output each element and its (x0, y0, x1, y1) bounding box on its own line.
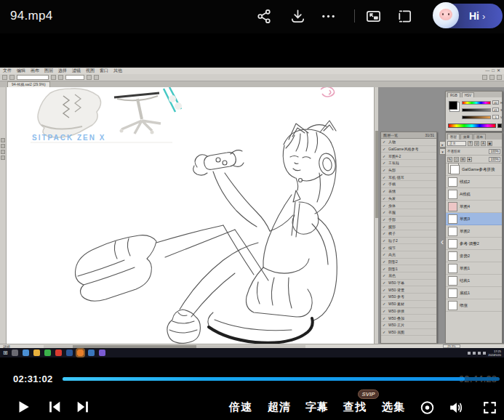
list-row-label: 阴影1 (388, 267, 398, 271)
visibility-check-icon: ✓ (383, 182, 387, 186)
taskbar-app-icon (77, 350, 84, 356)
list-row-label: 腿部 (388, 225, 396, 229)
volume-icon[interactable] (447, 400, 464, 416)
visibility-check-icon: ✓ (383, 238, 387, 243)
speed-button[interactable]: 倍速 (229, 400, 252, 414)
panel-collapse-chevron: ‹ (439, 233, 445, 251)
tool-button (94, 75, 99, 80)
list-row: ✓ 腿部 (381, 223, 436, 230)
tray-date: 2024/5/20 (488, 353, 501, 357)
layer-name: A线稿 (460, 192, 471, 197)
list-row-label: 椅子 (388, 231, 396, 235)
playlist-button[interactable]: 选集 (382, 400, 405, 414)
taskbar-app-icon (55, 350, 62, 356)
visibility-check-icon: ✓ (383, 140, 387, 144)
seek-bar[interactable]: 02:44:28 (63, 372, 500, 385)
taskbar-app-icon (66, 350, 73, 356)
record-icon[interactable] (419, 400, 436, 416)
list-row: ✓ W50·底图 (381, 329, 436, 336)
tool-input (65, 75, 84, 80)
play-button[interactable] (15, 399, 32, 415)
more-icon[interactable] (320, 8, 337, 25)
character-sketch (75, 121, 337, 343)
video-player: 94.mp4 (0, 0, 504, 420)
layer-name: 线稿2 (460, 179, 470, 185)
layer-row: GalGame参考拼接 (446, 163, 502, 176)
list-row-label: W50·正片 (388, 323, 404, 327)
download-icon[interactable] (289, 8, 306, 25)
system-tray: 17:25 2024/5/20 (468, 350, 501, 357)
menu-item: 视图 (86, 68, 95, 74)
tool-button (9, 75, 15, 80)
previous-button[interactable] (46, 399, 63, 415)
window-controls: —□✕ (485, 68, 503, 73)
layer-name: 底稿1 (460, 291, 470, 296)
visibility-check-icon: ✓ (383, 231, 387, 235)
taskbar-app-icon (23, 350, 29, 356)
list-row-label: W50·背景 (388, 288, 404, 292)
list-row: ✓ 椅子 (381, 230, 436, 238)
opacity-label: 不透明度 (447, 150, 460, 153)
list-row-label: W50·叠加 (388, 316, 404, 320)
visibility-check-icon: ✓ (383, 316, 387, 320)
line-art-drawing: SITPACK ZEN X (7, 87, 374, 344)
list-row-label: W50·字幕 (388, 280, 404, 285)
tool-button (489, 75, 495, 80)
list-row-label: 底色 (388, 273, 396, 278)
list-row: ✓ 草图4-2 (381, 153, 436, 160)
picture-in-picture-icon[interactable] (365, 8, 382, 25)
account-hi-button[interactable]: Hi › (434, 4, 503, 28)
layer-name: 姿势2 (460, 254, 470, 259)
share-icon[interactable] (256, 8, 273, 25)
slider-value: 40 (492, 100, 499, 105)
tool-input (17, 75, 49, 80)
layer-row: 纸张 (446, 299, 502, 312)
widescreen-icon[interactable] (396, 8, 413, 25)
list-row: ✓ 身体 (381, 202, 436, 209)
topbar-divider (354, 9, 355, 23)
list-row-label: 细节 (388, 246, 396, 250)
layer-row: 底稿1 (446, 287, 502, 299)
layer-list-panel: 图层一览 31/31 ✓ 人物 ✓ GalGame风格参考 (380, 132, 437, 344)
list-row: ✓ W50·正片 (381, 322, 436, 329)
list-row: ✓ 阴影1 (381, 265, 436, 272)
svip-badge: SVIP (358, 389, 379, 399)
fullscreen-icon[interactable] (481, 400, 498, 416)
list-row: ✓ W50·叠加 (381, 315, 436, 322)
next-button[interactable] (74, 399, 92, 415)
quality-button[interactable]: 超清 (268, 400, 291, 414)
reference-caption: SITPACK ZEN X (32, 134, 105, 142)
layer-row: 草图1 (446, 262, 502, 275)
visibility-check-icon: ✓ (383, 259, 387, 264)
reference-photo: SITPACK ZEN X (31, 87, 182, 142)
list-row-label: 人物 (388, 140, 396, 144)
list-row-label: 手柄 (388, 182, 396, 186)
list-row-label: 草图4-2 (388, 154, 401, 158)
progress-track (63, 377, 500, 381)
fill-value: 100% (489, 157, 500, 162)
list-row: ✓ 鞋子2 (381, 238, 436, 245)
list-row: ✓ 高光 (381, 251, 436, 259)
taskbar-app-icon (12, 350, 18, 356)
layer-thumbnail (448, 214, 457, 224)
canvas: SITPACK ZEN X (7, 87, 374, 344)
visibility-check-icon: ✓ (383, 196, 387, 201)
video-frame[interactable]: 文件编辑画布图层选择滤镜视图窗口其他 —□✕ 94-线稿.sai2 (29.9%… (0, 68, 504, 358)
layer-thumbnail (448, 288, 457, 298)
layer-thumbnail (448, 276, 457, 286)
visibility-check-icon: ✓ (383, 252, 387, 257)
tool-button (87, 75, 92, 80)
value-slider (462, 116, 491, 119)
list-row: ✓ W50·背景 (381, 286, 436, 294)
subtitle-button[interactable]: 字幕 (305, 400, 329, 414)
search-in-video-button[interactable]: 查找 (343, 400, 367, 414)
taskbar-app-icon (33, 350, 40, 356)
list-row: ✓ W50·拼接 (381, 308, 436, 315)
list-row-label: 头发 (388, 196, 396, 201)
hue-bar (448, 124, 496, 128)
layers-tab: 图层 (447, 134, 460, 140)
visibility-check-icon: ✓ (383, 330, 387, 334)
menu-item: 滤镜 (72, 68, 81, 74)
slider-value: 41 (492, 108, 499, 112)
list-row: ✓ 耳机·猫耳 (381, 174, 436, 181)
